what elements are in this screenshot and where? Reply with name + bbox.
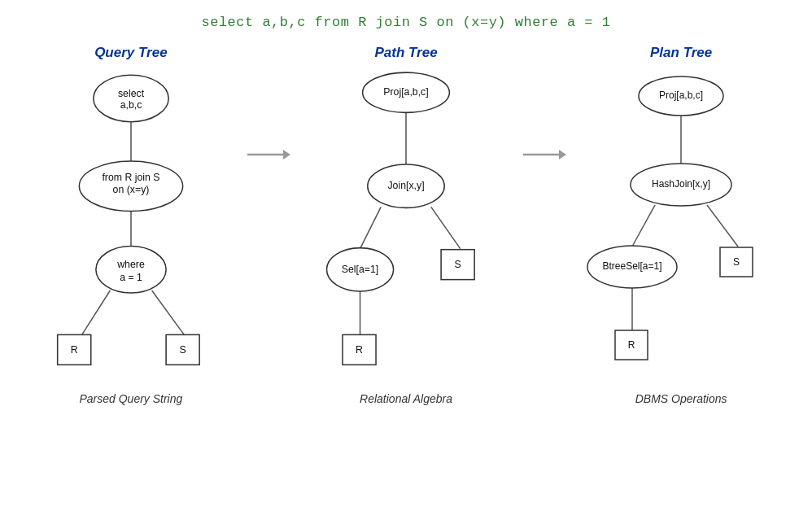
query-tree-section: Query Tree select a,b,c from R join S — [16, 45, 246, 408]
svg-text:S: S — [179, 344, 186, 356]
svg-text:R: R — [628, 339, 635, 351]
svg-text:S: S — [733, 256, 740, 268]
path-tree-section: Path Tree Proj[a,b,c] Join[x,y] Sel[a=1] — [291, 45, 521, 408]
svg-marker-18 — [283, 150, 290, 159]
plan-tree-caption: DBMS Operations — [635, 391, 727, 408]
plan-tree-area: Proj[a,b,c] HashJoin[x,y] BtreeSel[a=1] … — [567, 69, 795, 387]
svg-line-2 — [81, 290, 110, 336]
path-tree-caption: Relational Algebra — [360, 391, 452, 408]
svg-text:S: S — [455, 259, 461, 270]
svg-text:R: R — [356, 344, 363, 356]
plan-tree-section: Plan Tree Proj[a,b,c] HashJoin[x,y] Btre… — [566, 45, 796, 408]
svg-line-36 — [632, 205, 655, 247]
svg-text:HashJoin[x,y]: HashJoin[x,y] — [652, 178, 710, 190]
svg-text:Sel[a=1]: Sel[a=1] — [342, 264, 378, 275]
query-tree-area: select a,b,c from R join S on (x=y) wher… — [17, 69, 245, 387]
svg-marker-34 — [559, 150, 566, 159]
svg-text:where: where — [116, 259, 145, 270]
path-tree-title: Path Tree — [374, 45, 437, 61]
svg-line-3 — [152, 290, 186, 336]
svg-line-21 — [431, 207, 461, 248]
svg-text:a,b,c: a,b,c — [120, 99, 142, 111]
svg-line-20 — [360, 207, 382, 248]
plan-tree-title: Plan Tree — [650, 45, 712, 61]
svg-text:a = 1: a = 1 — [120, 272, 142, 283]
svg-text:Join[x,y]: Join[x,y] — [387, 180, 424, 191]
svg-line-37 — [707, 205, 738, 247]
arrow-1-section — [246, 45, 291, 167]
arrow-2-section — [521, 45, 566, 167]
svg-text:R: R — [71, 344, 78, 356]
path-tree-svg: Proj[a,b,c] Join[x,y] Sel[a=1] S R — [292, 69, 520, 387]
svg-text:from R join S: from R join S — [102, 172, 159, 183]
sql-query: select a,b,c from R join S on (x=y) wher… — [202, 15, 611, 30]
query-tree-caption: Parsed Query String — [79, 391, 182, 408]
plan-tree-svg: Proj[a,b,c] HashJoin[x,y] BtreeSel[a=1] … — [567, 69, 795, 387]
svg-text:select: select — [118, 88, 145, 99]
arrow-2-svg — [522, 142, 566, 167]
svg-text:Proj[a,b,c]: Proj[a,b,c] — [659, 90, 703, 101]
query-tree-svg: select a,b,c from R join S on (x=y) wher… — [17, 69, 245, 387]
svg-text:Proj[a,b,c]: Proj[a,b,c] — [383, 86, 428, 98]
arrow-1-svg — [246, 142, 290, 167]
svg-text:on (x=y): on (x=y) — [112, 184, 149, 195]
svg-text:BtreeSel[a=1]: BtreeSel[a=1] — [603, 260, 662, 272]
diagrams-row: Query Tree select a,b,c from R join S — [16, 45, 796, 408]
query-tree-title: Query Tree — [94, 45, 167, 61]
path-tree-area: Proj[a,b,c] Join[x,y] Sel[a=1] S R — [292, 69, 520, 387]
